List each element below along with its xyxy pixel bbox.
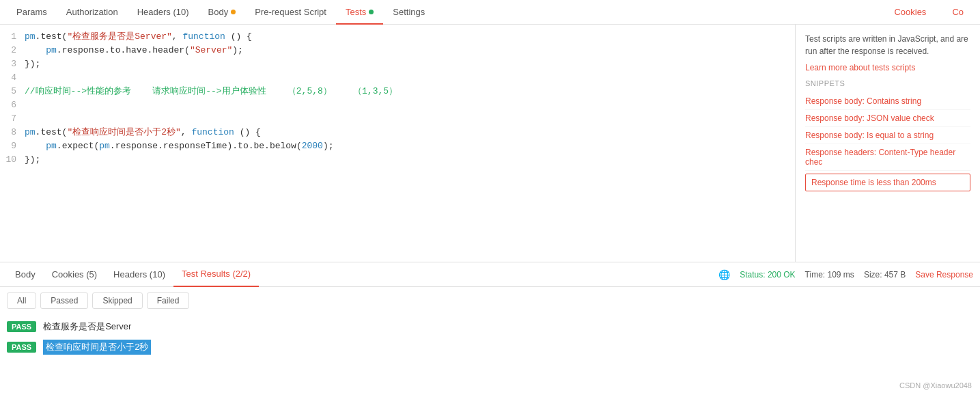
body-dot (231, 10, 236, 14)
code-line-10: 10 }); (0, 153, 795, 167)
tests-dot (369, 10, 374, 14)
tab-params[interactable]: Params (7, 0, 57, 25)
tab-settings[interactable]: Settings (383, 0, 434, 25)
snippet-json-value-check[interactable]: Response body: JSON value check (805, 110, 970, 127)
bottom-tab-cookies[interactable]: Cookies (5) (44, 262, 105, 287)
snippet-content-type-header[interactable]: Response headers: Content-Type header ch… (805, 144, 970, 171)
top-tab-right: Cookies Co (884, 0, 973, 25)
filter-passed[interactable]: Passed (40, 292, 88, 309)
pass-badge-2: PASS (7, 342, 36, 353)
right-panel: Test scripts are written in JavaScript, … (796, 25, 980, 262)
filter-skipped[interactable]: Skipped (92, 292, 142, 309)
code-editor[interactable]: 1 pm.test("检查服务是否是Server", function () {… (0, 25, 796, 262)
watermark: CSDN @Xiaowu2048 (899, 381, 972, 390)
filter-bar: All Passed Skipped Failed (0, 287, 980, 314)
top-tab-bar: Params Authorization Headers (10) Body P… (0, 0, 980, 25)
status-text: Status: 200 OK (740, 270, 795, 280)
code-line-3: 3 }); (0, 57, 795, 71)
code-line-2: 2 pm.response.to.have.header("Server"); (0, 44, 795, 57)
bottom-tab-test-results[interactable]: Test Results (2/2) (173, 262, 259, 287)
tab-body[interactable]: Body (199, 0, 246, 25)
result-text-1: 检查服务是否是Server (43, 321, 131, 333)
tab-tests[interactable]: Tests (336, 0, 383, 25)
bottom-tab-body[interactable]: Body (7, 262, 44, 287)
code-line-6: 6 (0, 98, 795, 112)
time-text: Time: 109 ms (805, 270, 854, 280)
tab-authorization[interactable]: Authorization (57, 0, 128, 25)
snippet-contains-string[interactable]: Response body: Contains string (805, 93, 970, 110)
bottom-tab-headers[interactable]: Headers (10) (105, 262, 173, 287)
snippet-response-time[interactable]: Response time is less than 200ms (805, 174, 970, 191)
result-row-2: PASS 检查响应时间是否小于2秒 (7, 336, 973, 358)
code-line-9: 9 pm.expect(pm.response.responseTime).to… (0, 139, 795, 153)
tab-pre-request-script[interactable]: Pre-request Script (245, 0, 336, 25)
snippet-equal-to-string[interactable]: Response body: Is equal to a string (805, 127, 970, 144)
code-line-7: 7 (0, 112, 795, 126)
bottom-right-info: 🌐 Status: 200 OK Time: 109 ms Size: 457 … (718, 269, 973, 280)
save-response-button[interactable]: Save Response (915, 270, 973, 280)
learn-more-link[interactable]: Learn more about tests scripts (805, 63, 915, 72)
code-line-4: 4 (0, 71, 795, 85)
code-line-1: 1 pm.test("检查服务是否是Server", function () { (0, 30, 795, 44)
bottom-tab-bar: Body Cookies (5) Headers (10) Test Resul… (0, 262, 980, 287)
size-text: Size: 457 B (864, 270, 906, 280)
code-line-5: 5 //响应时间-->性能的参考 请求响应时间-->用户体验性 （2,5,8） … (0, 85, 795, 98)
result-row-1: PASS 检查服务是否是Server (7, 317, 973, 336)
tab-headers[interactable]: Headers (10) (128, 0, 199, 25)
bottom-panel: Body Cookies (5) Headers (10) Test Resul… (0, 262, 980, 395)
tab-cookies[interactable]: Cookies (884, 0, 936, 25)
globe-icon[interactable]: 🌐 (718, 269, 730, 280)
code-line-8: 8 pm.test("检查响应时间是否小于2秒", function () { (0, 126, 795, 139)
snippets-label: SNIPPETS (805, 79, 970, 87)
pass-badge-1: PASS (7, 321, 36, 332)
filter-failed[interactable]: Failed (147, 292, 190, 309)
test-results-list: PASS 检查服务是否是Server PASS 检查响应时间是否小于2秒 (0, 314, 980, 361)
status-value: 200 OK (768, 270, 796, 280)
main-area: 1 pm.test("检查服务是否是Server", function () {… (0, 25, 980, 262)
tab-co[interactable]: Co (942, 0, 973, 25)
result-text-2: 检查响应时间是否小于2秒 (43, 340, 151, 355)
filter-all[interactable]: All (7, 292, 36, 309)
right-panel-description: Test scripts are written in JavaScript, … (805, 33, 970, 57)
